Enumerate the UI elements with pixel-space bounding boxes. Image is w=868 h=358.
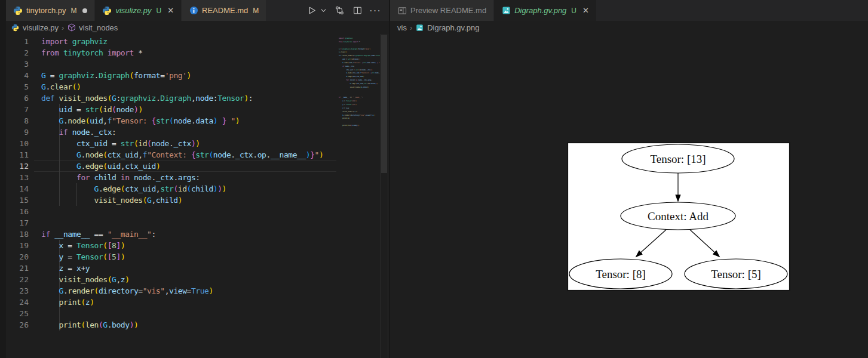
code-line[interactable]: print(z) [41,297,336,308]
code-line[interactable]: G.node(uid,f"Tensor: {str(node.data) } "… [41,115,336,126]
code-line[interactable]: G = graphviz.Digraph(format='png') [41,70,336,81]
run-dropdown-chevron-icon[interactable] [320,5,327,16]
code-line[interactable]: G.node(uid,f"Tensor: {str(node.data) } "… [339,61,380,65]
code-line[interactable] [41,58,336,70]
git-modified-badge: M [253,7,259,15]
git-untracked-badge: U [571,7,576,15]
code-line[interactable]: x = Tensor([8]) [41,240,336,251]
svg-text:Tensor: [8]: Tensor: [8] [596,268,646,280]
code-line[interactable]: if node._ctx: [41,126,336,138]
code-line[interactable] [41,206,336,217]
dirty-dot-icon[interactable] [82,8,87,13]
code-line[interactable]: y = Tensor([5]) [41,251,336,263]
tab-label: tinytorch.py [26,6,66,15]
code-line[interactable] [41,217,336,229]
tabbar-left: tinytorch.py M visulize.py U ✕ [0,0,389,21]
code-editor[interactable]: 1234567891011121314151617181920212223242… [0,34,389,358]
breadcrumb-symbol[interactable]: visit_nodes [79,23,118,32]
editor-group-right: Preview README.md Digraph.gv.png U ✕ vis… [389,0,868,358]
editor-actions: ··· [306,0,389,21]
git-untracked-badge: U [156,7,161,15]
code-line[interactable]: z = x+y [41,263,336,274]
code-line[interactable]: G.edge(ctx_uid,str(id(child))) [41,183,336,195]
editor-group-left: tinytorch.py M visulize.py U ✕ [0,0,389,358]
tabbar-right: Preview README.md Digraph.gv.png U ✕ [390,0,868,21]
tab-label: README.md [202,6,248,15]
symbol-function-icon [67,23,76,32]
graph-node-context-add: Context: Add [621,202,735,230]
svg-text:Tensor: [13]: Tensor: [13] [650,153,706,165]
window-left-edge [0,0,6,358]
vertical-scrollbar[interactable] [380,34,388,358]
breadcrumb-file[interactable]: visulize.py [23,23,59,32]
git-modified-badge: M [70,7,76,15]
close-icon[interactable]: ✕ [582,7,589,14]
code-line[interactable]: import graphviz [41,36,336,47]
image-file-icon [501,6,511,16]
tab-label: Preview README.md [410,6,486,15]
code-line[interactable] [41,308,336,319]
tab-preview-readme[interactable]: Preview README.md [390,0,494,21]
graph-node-tensor-5: Tensor: [5] [685,259,787,289]
code-line[interactable]: ctx_uid = str(id(node._ctx)) [41,138,336,149]
code-line[interactable]: G.render(directory="vis",view=True) [41,285,336,297]
info-icon [189,6,198,16]
python-icon [11,23,20,32]
code-line[interactable]: uid = str(id(node)) [41,104,336,115]
breadcrumb-file[interactable]: Digraph.gv.png [427,23,479,32]
tab-tinytorch-py[interactable]: tinytorch.py M [6,0,95,21]
more-actions-icon[interactable]: ··· [370,5,381,16]
image-preview-pane[interactable]: Tensor: [13] Context: Add Tensor: [8] Te… [390,34,868,358]
vscode-window: tinytorch.py M visulize.py U ✕ [0,0,868,358]
tab-label: visulize.py [115,6,151,15]
minimap[interactable]: import graphvizfrom tinytorch import * G… [338,34,380,358]
tab-readme-md[interactable]: README.md M [182,0,266,21]
digraph-image[interactable]: Tensor: [13] Context: Add Tensor: [8] Te… [567,142,790,291]
code-line[interactable]: if __name__ == "__main__": [41,229,336,240]
code-line[interactable]: from tinytorch import * [41,47,336,58]
code-line[interactable]: G.edge(uid,ctx_uid) [41,161,336,172]
code-line[interactable]: for child in node._ctx.args: [41,172,336,183]
breadcrumb-left: visulize.py › visit_nodes [0,21,389,34]
close-icon[interactable]: ✕ [167,7,174,14]
image-file-icon [415,23,424,32]
open-changes-icon[interactable] [334,5,345,16]
chevron-right-icon: › [62,23,64,32]
code-line[interactable]: print(len(G.body)) [339,124,380,128]
split-editor-icon[interactable] [352,5,363,16]
graph-node-tensor-8: Tensor: [8] [569,259,672,289]
tab-visulize-py[interactable]: visulize.py U ✕ [95,0,182,21]
breadcrumb-folder[interactable]: vis [397,23,407,32]
chevron-right-icon: › [410,23,412,32]
code-line[interactable]: G.node(ctx_uid,f"Context: {str(node._ctx… [41,149,336,161]
code-line[interactable]: G.clear() [41,81,336,92]
python-icon [102,6,112,16]
code-line[interactable]: visit_nodes(G,z) [41,274,336,285]
run-button[interactable] [306,5,317,16]
code-lines[interactable]: import graphvizfrom tinytorch import * G… [41,36,336,331]
tab-digraph-png[interactable]: Digraph.gv.png U ✕ [494,0,597,21]
code-line[interactable]: visit_nodes(G,child) [41,195,336,206]
code-line[interactable]: G.edge(ctx_uid,str(id(child))) [339,82,380,86]
open-preview-icon [397,6,407,16]
minimap-code: import graphvizfrom tinytorch import * G… [339,37,380,128]
tab-label: Digraph.gv.png [514,6,566,15]
code-line[interactable]: def visit_nodes(G:graphviz.Digraph,node:… [41,92,336,104]
breadcrumb-right: vis › Digraph.gv.png [390,21,868,34]
scrollbar-thumb[interactable] [381,35,387,173]
svg-text:Tensor: [5]: Tensor: [5] [711,268,761,280]
code-line[interactable]: print(len(G.body)) [41,319,336,331]
python-icon [13,6,23,16]
svg-text:Context: Add: Context: Add [648,210,708,223]
graph-node-tensor-13: Tensor: [13] [622,144,734,173]
